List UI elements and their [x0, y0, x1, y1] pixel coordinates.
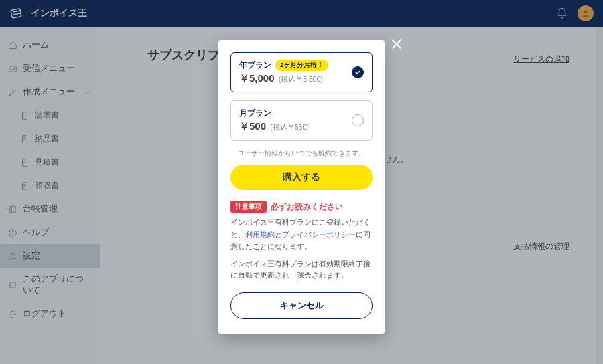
- cancel-button[interactable]: キャンセル: [230, 292, 373, 319]
- plan-monthly-price: ￥500: [239, 120, 266, 132]
- plan-yearly-tax: (税込￥5,500): [279, 75, 323, 83]
- privacy-link[interactable]: プライバシーポリシー: [282, 230, 356, 238]
- plan-yearly[interactable]: 年プラン 2ヶ月分お得！ ￥5,000 (税込￥5,500): [230, 52, 373, 92]
- radio-unchecked-icon: [352, 114, 364, 126]
- warning-chip: 注意事項: [230, 201, 267, 213]
- plan-yearly-badge: 2ヶ月分お得！: [275, 60, 328, 71]
- modal-overlay[interactable]: 年プラン 2ヶ月分お得！ ￥5,000 (税込￥5,500) 月プラン ￥500: [0, 0, 603, 364]
- auto-renew-note: インボイス王有料プランは有効期限終了後に自動で更新され、課金されます。: [230, 258, 373, 282]
- plan-yearly-price: ￥5,000: [239, 72, 275, 84]
- plan-monthly-tax: (税込￥550): [270, 123, 309, 131]
- warning-text: 必ずお読みください: [271, 202, 343, 212]
- cancel-anytime-note: ユーザー情報からいつでも解約できます。: [230, 149, 373, 158]
- plan-monthly-name: 月プラン: [239, 108, 271, 119]
- radio-checked-icon: [352, 66, 364, 78]
- plan-yearly-name: 年プラン: [239, 60, 271, 71]
- warning-heading: 注意事項 必ずお読みください: [230, 201, 373, 213]
- legal-text: インボイス王有料プランにご登録いただくと、利用規約とプライバシーポリシーに同意し…: [230, 217, 373, 253]
- close-button[interactable]: [390, 37, 409, 56]
- purchase-button[interactable]: 購入する: [230, 165, 373, 190]
- plan-monthly[interactable]: 月プラン ￥500 (税込￥550): [230, 100, 373, 141]
- subscription-modal: 年プラン 2ヶ月分お得！ ￥5,000 (税込￥5,500) 月プラン ￥500: [218, 40, 385, 334]
- terms-link[interactable]: 利用規約: [245, 230, 275, 238]
